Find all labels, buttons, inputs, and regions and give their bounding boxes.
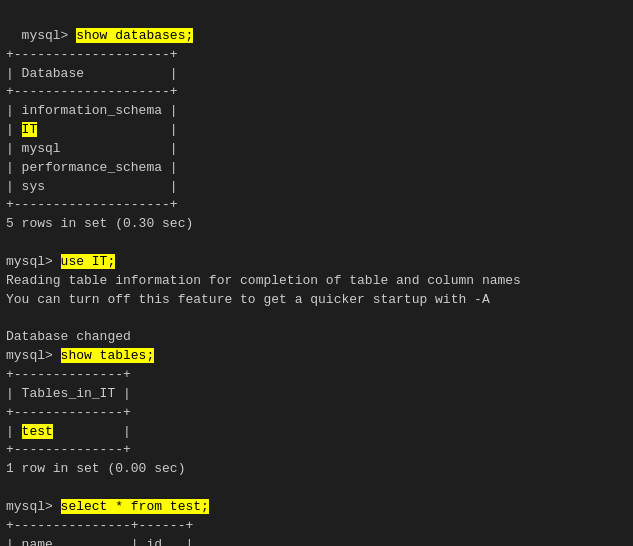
line-border-5: +--------------+ (6, 405, 131, 420)
line-border-7: +---------------+------+ (6, 518, 193, 533)
turnoff-info: You can turn off this feature to get a q… (6, 292, 490, 307)
terminal-window: mysql> show databases; +----------------… (0, 0, 633, 546)
line-border-2: +--------------------+ (6, 84, 178, 99)
prompt-1: mysql> (22, 28, 77, 43)
line-perf-schema: | performance_schema | (6, 160, 178, 175)
prompt-2: mysql> (6, 254, 61, 269)
line-mysql: | mysql | (6, 141, 178, 156)
rows-count-1: 5 rows in set (0.30 sec) (6, 216, 193, 231)
command-3: show tables; (61, 348, 155, 363)
line-border-4: +--------------+ (6, 367, 131, 382)
highlight-it: IT (22, 122, 38, 137)
line-border-1: +--------------------+ (6, 47, 178, 62)
prompt-3: mysql> (6, 348, 61, 363)
command-4: select * from test; (61, 499, 209, 514)
rows-count-2: 1 row in set (0.00 sec) (6, 461, 185, 476)
line-border-6: +--------------+ (6, 442, 131, 457)
command-2: use IT; (61, 254, 116, 269)
select-header: | name | id | (6, 537, 193, 546)
db-changed: Database changed (6, 329, 131, 344)
line-sys: | sys | (6, 179, 178, 194)
prompt-4: mysql> (6, 499, 61, 514)
reading-info: Reading table information for completion… (6, 273, 521, 288)
highlight-test: test (22, 424, 53, 439)
command-1: show databases; (76, 28, 193, 43)
line-border-3: +--------------------+ (6, 197, 178, 212)
line-info-schema: | information_schema | (6, 103, 178, 118)
line-db-header: | Database | (6, 66, 178, 81)
tables-in-it-header: | Tables_in_IT | (6, 386, 131, 401)
